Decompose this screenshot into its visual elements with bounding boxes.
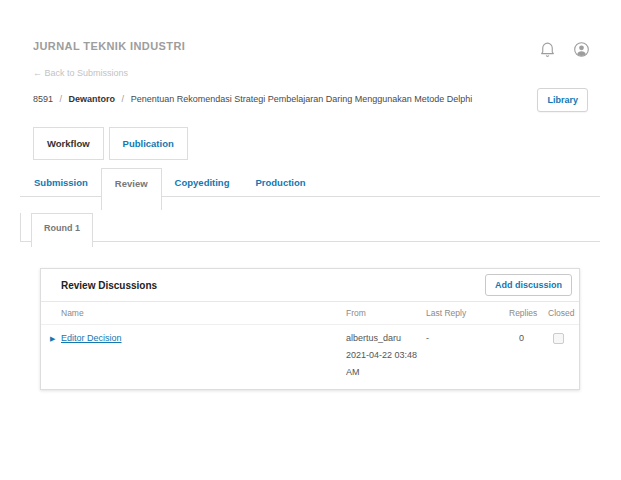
- notifications-bell-icon[interactable]: [538, 40, 557, 59]
- stage-tab-bar: Submission Review Copyediting Production: [20, 168, 600, 197]
- tab-production[interactable]: Production: [242, 168, 318, 197]
- discussion-row: ▶ Editor Decision albertus_daru 2021-04-…: [41, 325, 579, 389]
- tab-copyediting[interactable]: Copyediting: [162, 168, 243, 197]
- header-icons: [538, 40, 591, 59]
- discussion-last-reply-cell: -: [426, 330, 509, 381]
- discussion-name-cell: ▶ Editor Decision: [50, 330, 346, 381]
- round-tab-bar: Round 1: [20, 213, 600, 242]
- journal-title: JURNAL TEKNIK INDUSTRI: [33, 40, 185, 52]
- column-header-name: Name: [61, 308, 346, 318]
- breadcrumb-separator: /: [60, 94, 63, 104]
- main-tab-bar: Workflow Publication: [33, 127, 188, 160]
- column-header-last-reply: Last Reply: [426, 308, 509, 318]
- discussions-column-headers: Name From Last Reply Replies Closed: [41, 302, 579, 325]
- user-avatar-icon[interactable]: [572, 40, 591, 59]
- tab-submission[interactable]: Submission: [21, 168, 101, 197]
- breadcrumb-separator: /: [122, 94, 125, 104]
- discussion-closed-cell: [548, 330, 570, 381]
- back-link-label: Back to Submissions: [45, 68, 129, 78]
- from-date: 2021-04-22 03:48: [346, 347, 426, 364]
- discussion-from-cell: albertus_daru 2021-04-22 03:48 AM: [346, 330, 426, 381]
- column-header-closed: Closed: [548, 308, 574, 318]
- tab-workflow[interactable]: Workflow: [33, 127, 104, 160]
- panel-header: Review Discussions Add discussion: [41, 269, 579, 302]
- discussion-replies-cell: 0: [509, 330, 548, 381]
- review-discussions-panel: Review Discussions Add discussion Name F…: [40, 268, 580, 390]
- submission-title: Penentuan Rekomendasi Strategi Pembelaja…: [131, 94, 473, 104]
- library-button[interactable]: Library: [537, 88, 588, 112]
- back-to-submissions-link[interactable]: ← Back to Submissions: [33, 68, 128, 78]
- discussion-link[interactable]: Editor Decision: [61, 330, 122, 347]
- tab-round-1[interactable]: Round 1: [31, 213, 93, 247]
- back-arrow-icon: ←: [33, 68, 42, 78]
- submission-id: 8591: [33, 94, 53, 104]
- column-header-replies: Replies: [509, 308, 548, 318]
- closed-checkbox[interactable]: [553, 333, 564, 344]
- from-meridiem: AM: [346, 364, 426, 381]
- tab-review[interactable]: Review: [101, 168, 162, 210]
- expand-triangle-icon[interactable]: ▶: [50, 330, 61, 347]
- column-header-from: From: [346, 308, 426, 318]
- add-discussion-button[interactable]: Add discussion: [485, 274, 572, 296]
- from-user: albertus_daru: [346, 330, 426, 347]
- panel-title: Review Discussions: [61, 280, 157, 291]
- breadcrumb: 8591 / Dewantoro / Penentuan Rekomendasi…: [33, 94, 521, 104]
- submission-author: Dewantoro: [69, 94, 116, 104]
- tab-publication[interactable]: Publication: [109, 127, 188, 160]
